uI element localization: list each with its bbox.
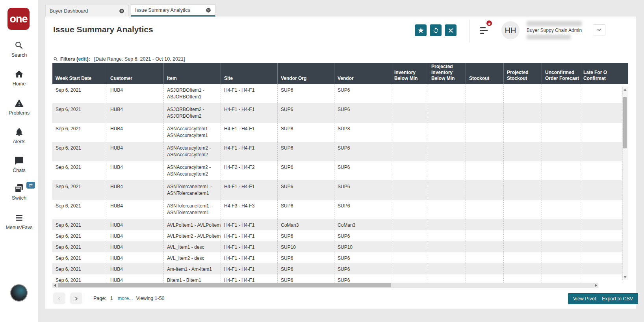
- table-cell: [428, 241, 466, 252]
- tab-close-icon[interactable]: [119, 8, 124, 14]
- sidebar-item-label: Search: [0, 52, 38, 58]
- table-cell: [466, 230, 504, 241]
- column-header[interactable]: ProjectedStockout: [504, 63, 542, 84]
- table-row[interactable]: Sep 6, 2021HUB4ASNAccuracyItem1 -ASNAccu…: [52, 123, 622, 142]
- next-page-button[interactable]: [70, 292, 82, 304]
- table-cell: Sep 6, 2021: [52, 241, 107, 252]
- tab-buyer-dashboard[interactable]: Buyer Dashboard: [45, 5, 129, 17]
- vertical-scroll-thumb[interactable]: [623, 97, 627, 148]
- table-row[interactable]: Sep 6, 2021HUB4ASNTolercaneItem1 -ASNTol…: [52, 181, 622, 200]
- filters-value: [Date Range: Sep 6, 2021 - Oct 10, 2021]: [94, 56, 185, 62]
- sidebar-item-switch[interactable]: Switch⇄: [0, 183, 38, 201]
- star-icon: [418, 27, 424, 34]
- table-row[interactable]: Sep 6, 2021HUB4AVLPoItem1 - AVLPoItem1H4…: [52, 219, 622, 230]
- table-cell: HUB4: [107, 252, 164, 263]
- tab-close-icon[interactable]: [206, 7, 211, 13]
- table-row[interactable]: Sep 6, 2021HUB4ASJORBOItem1 -ASJORBOItem…: [52, 84, 622, 104]
- one-logo[interactable]: one: [7, 8, 30, 30]
- column-header[interactable]: ProjectedInventoryBelow Min: [428, 63, 466, 84]
- table-row[interactable]: Sep 6, 2021HUB4BItem1 - BItem1H4-F1 - H4…: [52, 274, 622, 283]
- tab-label: Issue Summary Analytics: [135, 7, 206, 13]
- table-row[interactable]: Sep 6, 2021HUB4Am-Item1 - Am-Item1H4-F1 …: [52, 263, 622, 274]
- column-header[interactable]: Late For OConfirmat: [580, 63, 628, 84]
- table-cell: H4-F1 - H4-F1: [221, 181, 278, 200]
- assistant-avatar[interactable]: [10, 284, 28, 302]
- user-avatar[interactable]: HH: [501, 21, 520, 39]
- table-row[interactable]: Sep 6, 2021HUB4ASJORBOItem2 -ASJORBOItem…: [52, 104, 622, 123]
- scroll-up-arrow[interactable]: [624, 89, 627, 91]
- column-header[interactable]: Vendor: [334, 63, 391, 84]
- sidebar-item-search[interactable]: Search: [0, 41, 38, 58]
- table-cell: H4-F1 - H4-F1: [221, 230, 278, 241]
- table-cell: [580, 84, 622, 103]
- grid-header-row: Week Start DateCustomerItemSiteVendor Or…: [52, 63, 628, 84]
- table-row[interactable]: Sep 6, 2021HUB4AVL_Item1 - descH4-F1 - H…: [52, 241, 622, 252]
- view-pivot-button[interactable]: View Pivot: [568, 293, 601, 304]
- quick-menu-button[interactable]: [480, 27, 489, 35]
- table-cell: H4-F1 - H4-F1: [221, 263, 278, 274]
- table-cell: [428, 142, 466, 161]
- export-csv-button[interactable]: Export to CSV: [597, 293, 638, 304]
- table-cell: HUB4: [107, 219, 164, 230]
- user-menu-chevron[interactable]: [593, 24, 605, 35]
- table-cell: AVL_Item2 - desc: [164, 252, 221, 263]
- edit-link[interactable]: edit: [78, 56, 87, 62]
- table-cell: [428, 230, 466, 241]
- table-row[interactable]: Sep 6, 2021HUB4ASNAccuracyItem2 -ASNAccu…: [52, 161, 622, 181]
- horizontal-scroll-thumb[interactable]: [58, 283, 391, 287]
- search-icon: [53, 57, 58, 62]
- table-cell: HUB4: [107, 104, 164, 122]
- sidebar-item-alerts[interactable]: Alerts: [0, 127, 38, 144]
- table-cell: ASNTolercaneItem1 -ASNTolercaneItem1: [164, 181, 221, 200]
- column-header[interactable]: Week Start Date: [52, 63, 107, 84]
- table-row[interactable]: Sep 6, 2021HUB4AVLPoItem2 - AVLPoItem2H4…: [52, 230, 622, 241]
- more-link[interactable]: more...: [118, 296, 133, 301]
- table-cell: AVLPoItem1 - AVLPoItem1: [164, 219, 221, 230]
- column-header[interactable]: Stockout: [466, 63, 504, 84]
- tab-issue-summary-analytics[interactable]: Issue Summary Analytics: [131, 4, 215, 17]
- table-cell: SUP6: [278, 142, 334, 161]
- table-row[interactable]: Sep 6, 2021HUB4AVL_Item2 - descH4-F1 - H…: [52, 252, 622, 263]
- table-cell: HUB4: [107, 161, 164, 180]
- sidebar-item-chats[interactable]: Chats: [0, 156, 38, 173]
- column-header[interactable]: Site: [221, 63, 278, 84]
- search-icon: [14, 45, 24, 52]
- page-title: Issue Summary Analytics: [53, 25, 153, 34]
- table-row[interactable]: Sep 6, 2021HUB4ASNTolercaneItem1 -ASNTol…: [52, 200, 622, 219]
- table-cell: SUP10: [334, 241, 391, 252]
- table-cell: SUP6: [334, 84, 391, 103]
- scroll-down-arrow[interactable]: [624, 276, 627, 278]
- table-cell: [391, 123, 428, 142]
- refresh-button[interactable]: [430, 24, 442, 36]
- vertical-scrollbar[interactable]: [622, 87, 627, 280]
- column-header[interactable]: UnconfirmedOrder Forecast: [542, 63, 580, 84]
- close-page-button[interactable]: [445, 24, 457, 36]
- table-cell: Sep 6, 2021: [52, 161, 107, 180]
- column-header[interactable]: Vendor Org: [278, 63, 334, 84]
- sidebar-item-problems[interactable]: Problems: [0, 98, 38, 116]
- table-cell: H4-F1 - H4-F1: [221, 123, 278, 142]
- pagination: Page: 1 more... Viewing 1-50: [53, 292, 165, 304]
- prev-page-button[interactable]: [53, 292, 65, 304]
- horizontal-scrollbar[interactable]: [52, 283, 598, 288]
- switch-badge[interactable]: ⇄: [26, 182, 35, 189]
- column-header[interactable]: Customer: [107, 63, 164, 84]
- table-cell: [466, 104, 504, 122]
- table-cell: HUB4: [107, 230, 164, 241]
- table-cell: [542, 252, 580, 263]
- sidebar-item-menus[interactable]: Menus/Favs: [0, 213, 38, 230]
- refresh-icon: [432, 27, 439, 34]
- table-cell: Sep 6, 2021: [52, 142, 107, 161]
- table-row[interactable]: Sep 6, 2021HUB4ASNAccuracyItem2 -ASNAccu…: [52, 142, 622, 161]
- table-cell: [542, 274, 580, 283]
- table-cell: SUP6: [278, 274, 334, 283]
- table-cell: [391, 104, 428, 122]
- column-header[interactable]: InventoryBelow Min: [391, 63, 428, 84]
- favorite-button[interactable]: [415, 24, 427, 36]
- sidebar-item-home[interactable]: Home: [0, 69, 38, 87]
- scroll-right-arrow[interactable]: [595, 284, 597, 287]
- column-header[interactable]: Item: [164, 63, 221, 84]
- table-cell: [580, 104, 622, 122]
- scroll-left-arrow[interactable]: [54, 284, 56, 287]
- table-cell: SUP10: [278, 241, 334, 252]
